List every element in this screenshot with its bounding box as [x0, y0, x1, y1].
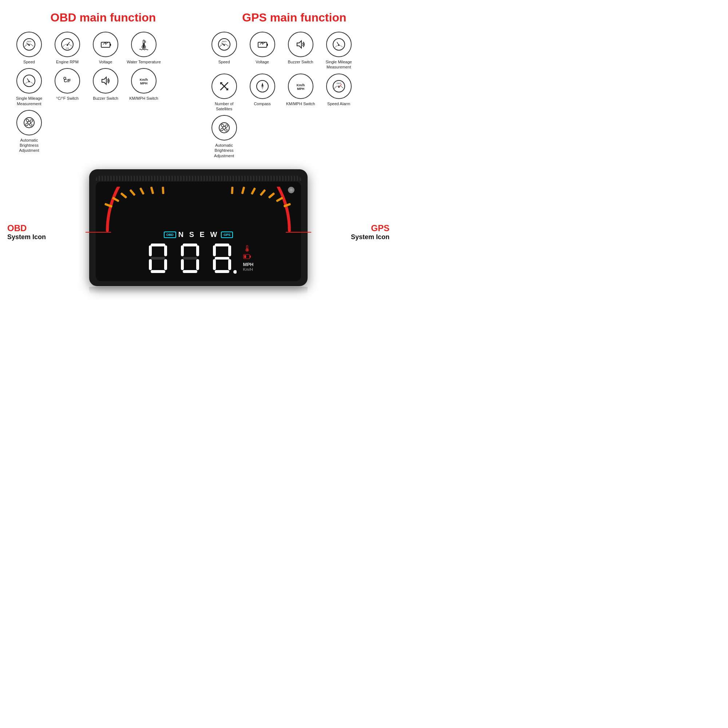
- svg-marker-24: [102, 77, 106, 84]
- svg-rect-67: [231, 187, 233, 194]
- gps-system-sub: System Icon: [342, 233, 390, 241]
- gps-kmph-icon-circle: Km/h MPH: [288, 73, 314, 99]
- device-screen: OBD N S E W GPS: [96, 182, 301, 281]
- svg-point-51: [262, 86, 263, 87]
- svg-point-41: [338, 44, 340, 46]
- gps-alarm-label: Speed Alarm: [327, 101, 350, 106]
- arc-container: [102, 187, 295, 234]
- svg-rect-100: [250, 255, 251, 258]
- gps-brightness-item: Automatic Brightness Adjustment: [206, 115, 242, 158]
- gps-kmh-icon: Km/h MPH: [294, 79, 308, 93]
- svg-rect-80: [151, 270, 165, 273]
- svg-rect-69: [251, 187, 256, 195]
- svg-rect-93: [228, 259, 231, 270]
- svg-rect-65: [150, 187, 154, 194]
- svg-rect-9: [110, 44, 111, 46]
- gps-mileage-icon-circle: [326, 32, 352, 57]
- device-wrapper: OBD N S E W GPS: [89, 169, 307, 294]
- svg-rect-66: [162, 187, 164, 194]
- svg-point-21: [28, 81, 30, 82]
- obd-voltage-icon-circle: [93, 32, 118, 57]
- svg-text:Km/h: Km/h: [140, 78, 148, 81]
- obd-voltage-item: Voltage: [87, 32, 124, 64]
- gps-voltage-item: Voltage: [244, 32, 281, 70]
- svg-rect-85: [181, 259, 184, 270]
- svg-rect-71: [268, 192, 275, 198]
- device-top-ribs: [96, 176, 301, 181]
- digit-2-svg: [176, 242, 205, 274]
- obd-rpm-label: Engine RPM: [56, 59, 79, 64]
- temperature-icon: [136, 37, 151, 52]
- svg-point-16: [143, 46, 145, 48]
- svg-text:MPH: MPH: [297, 87, 304, 91]
- svg-point-59: [219, 123, 229, 133]
- svg-point-57: [338, 86, 340, 88]
- svg-rect-101: [244, 255, 246, 258]
- svg-rect-84: [183, 257, 197, 260]
- speaker-icon: [98, 73, 113, 88]
- gps-buzzer-item: Buzzer Switch: [283, 32, 319, 70]
- gps-kmph-label: KM/MPH Switch: [286, 101, 315, 106]
- gps-kmph-item: Km/h MPH KM/MPH Switch: [283, 73, 319, 112]
- gps-buzzer-icon-circle: [288, 32, 314, 57]
- svg-rect-64: [139, 187, 145, 195]
- obd-buzzer-item: Buzzer Switch: [87, 68, 124, 106]
- obd-brightness-label: Automatic Brightness Adjustment: [11, 138, 47, 153]
- obd-watertemp-label: Water Temperature: [127, 59, 161, 64]
- headers-row: OBD main function GPS main function: [7, 11, 390, 24]
- speed-alarm-icon: KM/H: [332, 79, 346, 93]
- gps-speed-label: Speed: [219, 59, 230, 64]
- battery-small-icon: [243, 254, 251, 260]
- svg-text:KM/H: KM/H: [27, 40, 32, 43]
- speedometer-icon: KM/H: [22, 37, 37, 52]
- svg-rect-78: [149, 259, 152, 270]
- obd-celsius-icon-circle: C/F: [55, 68, 80, 93]
- obd-rpm-icon-circle: RPM: [55, 32, 80, 57]
- gps-system-label: GPS System Icon: [342, 223, 390, 241]
- svg-rect-34: [267, 44, 268, 46]
- svg-rect-86: [196, 259, 199, 270]
- obd-speed-icon-circle: KM/H: [16, 32, 42, 57]
- svg-rect-76: [164, 245, 167, 256]
- svg-rect-70: [260, 189, 266, 196]
- svg-point-95: [233, 270, 237, 274]
- svg-rect-77: [151, 257, 165, 260]
- obd-celsius-label: °C/°F Switch: [56, 96, 79, 101]
- obd-buzzer-label: Buzzer Switch: [93, 96, 118, 101]
- gps-title: GPS main function: [242, 11, 346, 24]
- digit-1-svg: [144, 242, 173, 274]
- fan-icon: [22, 115, 37, 130]
- svg-marker-38: [297, 41, 301, 48]
- center-bar: OBD N S E W GPS: [102, 230, 295, 239]
- gps-speed-item: KM/H Speed: [206, 32, 242, 70]
- functions-row: KM/H Speed: [7, 32, 390, 158]
- gps-satellites-item: Number of Satellites: [206, 73, 242, 112]
- obd-kmph-label: KM/MPH Switch: [129, 96, 158, 101]
- svg-text:RPM: RPM: [66, 47, 69, 49]
- rpm-icon: RPM: [60, 37, 75, 52]
- mph-text: MPH: [243, 262, 254, 267]
- speed-display: MPH Km/H: [102, 242, 295, 274]
- device-reflection: [89, 287, 307, 294]
- svg-rect-79: [164, 259, 167, 270]
- gps-mileage-item: Single Mileage Measurement: [321, 32, 357, 70]
- obd-panel: KM/H Speed: [11, 32, 191, 158]
- obd-system-label: OBD System Icon: [7, 223, 55, 241]
- svg-point-98: [246, 249, 248, 251]
- digit-2: [176, 242, 205, 274]
- digit-3-svg: [208, 242, 237, 274]
- satellite-icon: [217, 79, 231, 93]
- svg-rect-89: [213, 245, 216, 256]
- svg-rect-91: [215, 257, 229, 260]
- obd-badge: OBD: [164, 231, 176, 238]
- obd-voltage-label: Voltage: [99, 59, 112, 64]
- gps-speed-icon-circle: KM/H: [211, 32, 237, 57]
- gps-brightness-label: Automatic Brightness Adjustment: [206, 143, 242, 158]
- svg-text:MPH: MPH: [140, 81, 147, 85]
- obd-brightness-icon-circle: [16, 110, 42, 135]
- svg-rect-92: [213, 259, 216, 270]
- svg-rect-87: [183, 270, 197, 273]
- obd-connector-line: [86, 232, 111, 232]
- svg-rect-74: [151, 243, 165, 246]
- page: OBD main function GPS main function KM/H: [0, 0, 397, 301]
